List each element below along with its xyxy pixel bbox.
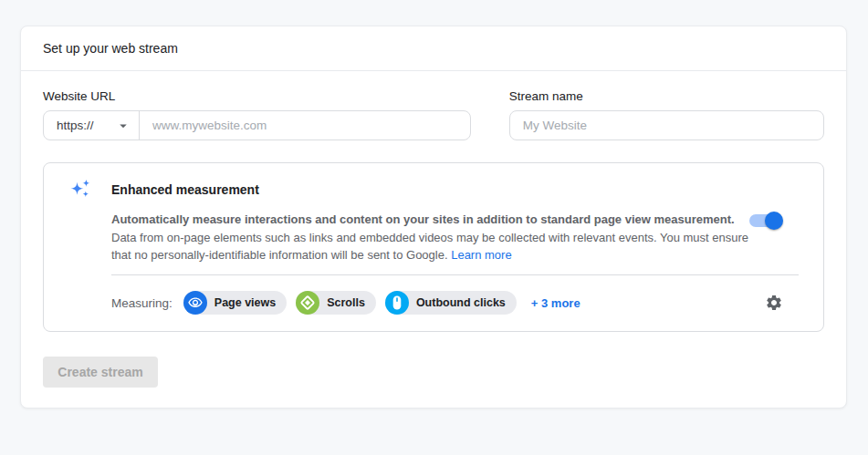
chip-outbound-clicks: Outbound clicks xyxy=(385,291,517,315)
create-stream-button[interactable]: Create stream xyxy=(43,357,158,388)
chevron-down-icon xyxy=(115,118,131,134)
learn-more-link[interactable]: Learn more xyxy=(451,248,511,262)
stream-form-row: Website URL https:// Stream name xyxy=(43,89,824,140)
stream-name-input[interactable] xyxy=(509,110,824,140)
chip-label: Outbound clicks xyxy=(416,296,506,309)
measuring-label: Measuring: xyxy=(111,296,173,310)
enhanced-measurement-details: Data from on-page elements such as links… xyxy=(111,231,748,263)
sparkle-icon xyxy=(68,178,93,203)
enhanced-measurement-description: Automatically measure interactions and c… xyxy=(111,211,763,264)
more-events-link[interactable]: + 3 more xyxy=(531,296,580,310)
divider xyxy=(111,274,799,275)
enhanced-measurement-title: Enhanced measurement xyxy=(111,182,259,197)
panel-header: Set up your web stream xyxy=(21,26,846,71)
protocol-dropdown[interactable]: https:// xyxy=(44,111,140,140)
protocol-selected-value: https:// xyxy=(57,119,94,132)
chip-scrolls: Scrolls xyxy=(296,291,376,315)
website-url-label: Website URL xyxy=(43,89,471,104)
website-url-input[interactable] xyxy=(140,111,470,140)
enhanced-measurement-panel: Enhanced measurement Automatically measu… xyxy=(43,162,824,332)
panel-body: Website URL https:// Stream name xyxy=(21,89,846,388)
panel-title: Set up your web stream xyxy=(43,41,178,56)
toggle-knob xyxy=(765,212,783,230)
gear-icon[interactable] xyxy=(765,294,783,312)
stream-name-field-group: Stream name xyxy=(509,89,824,140)
website-url-field-group: Website URL https:// xyxy=(43,89,471,140)
website-url-input-group: https:// xyxy=(43,110,471,140)
eye-icon xyxy=(183,291,207,315)
setup-web-stream-panel: Set up your web stream Website URL https… xyxy=(20,26,847,408)
chip-label: Scrolls xyxy=(327,296,365,309)
enhanced-measurement-summary: Automatically measure interactions and c… xyxy=(111,212,735,226)
chip-label: Page views xyxy=(214,296,276,309)
measuring-row: Measuring: Page views xyxy=(111,291,783,315)
chip-page-views: Page views xyxy=(183,291,287,315)
stream-name-label: Stream name xyxy=(509,89,824,104)
mouse-icon xyxy=(385,291,409,315)
diamond-icon xyxy=(296,291,319,315)
enhanced-measurement-toggle[interactable] xyxy=(749,212,783,230)
